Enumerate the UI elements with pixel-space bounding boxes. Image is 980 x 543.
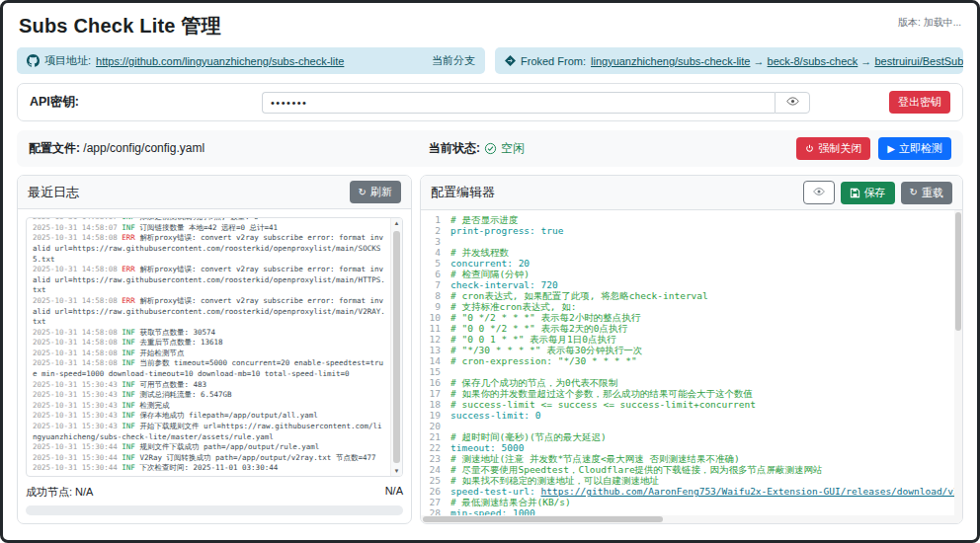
log-line: 2025-10-31 14:58:08 INF 去重后节点数量: 13618 <box>33 338 386 349</box>
fork-link[interactable]: lingyuanzhicheng/subs-check-lite <box>591 55 750 67</box>
code-line: 25# 如果找不到稳定的测速地址，可以自建测速地址 <box>421 475 954 486</box>
fork-link[interactable]: bestruirui/BestSub <box>874 55 963 67</box>
logs-title: 最近日志 <box>28 184 79 201</box>
progress-bar <box>26 505 403 515</box>
code-line: 10# "0 */2 * * *" 表示每2小时的整点执行 <box>421 312 954 323</box>
code-line: 26speed-test-url: https://github.com/Aar… <box>421 486 954 497</box>
toggle-password-button[interactable] <box>775 92 810 114</box>
config-file-group: 配置文件: /app/config/config.yaml <box>29 140 429 157</box>
version-label: 版本: 加载中... <box>898 16 961 30</box>
code-line: 16# 保存几个成功的节点，为0代表不限制 <box>421 377 954 388</box>
editor-card-header: 配置编辑器 保存 ↻ 重载 <box>421 176 962 210</box>
check-now-button[interactable]: ▶ 立即检测 <box>878 137 951 160</box>
log-line: 2025-10-31 14:58:08 ERR 解析proxy错误: conve… <box>33 265 386 296</box>
logs-card-header: 最近日志 ↻ 刷新 <box>18 176 411 209</box>
editor-horizontal-scrollbar[interactable] <box>421 515 954 523</box>
api-key-input-group <box>262 92 810 114</box>
api-key-label: API密钥: <box>30 94 262 111</box>
fork-links: lingyuanzhicheng/subs-check-lite → beck-… <box>591 55 963 67</box>
log-viewer[interactable]: 2025-10-31 14:58:07 INF 配置文件读取成功2025-10-… <box>26 217 403 477</box>
code-line: 11# "0 0 */2 * *" 表示每2天的0点执行 <box>421 323 954 334</box>
log-line: 2025-10-31 14:58:08 ERR 解析proxy错误: conve… <box>33 296 386 328</box>
editor-vertical-scrollbar[interactable] <box>954 210 962 523</box>
status-group: 当前状态: 空闲 <box>429 140 525 157</box>
scroll-up-arrow-icon[interactable]: ▲ <box>391 220 402 226</box>
status-bar-buttons: 强制关闭 ▶ 立即检测 <box>796 137 951 160</box>
code-line: 7check-interval: 720 <box>421 279 954 290</box>
editor-vscroll-thumb[interactable] <box>955 212 961 331</box>
code-lines: 1# 是否显示进度2print-progress: true34# 并发线程数5… <box>421 214 954 515</box>
log-line: 2025-10-31 15:30:43 INF 保存本地成功 filepath=… <box>33 411 386 422</box>
log-line: 2025-10-31 15:30:44 INF V2Ray 订阅转换成功 pat… <box>33 453 386 464</box>
editor-hscroll-thumb[interactable] <box>423 516 663 522</box>
code-line: 5concurrent: 20 <box>421 258 954 269</box>
scroll-down-arrow-icon[interactable]: ▼ <box>391 468 402 474</box>
log-line: 2025-10-31 15:30:44 INF 下次检查时间: 2025-11-… <box>33 463 386 474</box>
app-window: Subs Check Lite 管理 版本: 加载中... 项目地址: http… <box>0 0 980 543</box>
check-circle-icon <box>484 142 497 155</box>
code-line: 13# "*/30 * * * *" 表示每30分钟执行一次 <box>421 345 954 355</box>
fork-info-box: Froked From: lingyuanzhicheng/subs-check… <box>495 47 963 74</box>
code-line: 15 <box>421 366 954 377</box>
log-line: 2025-10-31 15:30:43 INF 检测完成 <box>33 401 386 412</box>
project-link[interactable]: https://github.com/lingyuanzhicheng/subs… <box>96 55 344 67</box>
log-scrollbar[interactable]: ▲ ▼ <box>390 218 402 476</box>
refresh-icon: ↻ <box>910 188 918 197</box>
fork-icon <box>505 55 516 66</box>
code-line: 17# 如果你的并发数量超过这个参数，那么成功的结果可能会大于这个数值 <box>421 388 954 399</box>
code-line: 23# 测速地址(注意 并发数*节点速度<最大网速 否则测速结果不准确) <box>421 453 954 464</box>
editor-card: 配置编辑器 保存 ↻ 重载 <box>420 175 963 524</box>
save-config-button[interactable]: 保存 <box>841 182 895 204</box>
project-info-box: 项目地址: https://github.com/lingyuanzhichen… <box>17 47 485 74</box>
eye-icon <box>786 94 799 112</box>
power-icon <box>805 144 814 153</box>
api-key-card: API密钥: 登出密钥 <box>17 83 963 121</box>
fork-label: Froked From: <box>521 55 586 67</box>
log-line: 2025-10-31 15:30:43 INF 测试总消耗流量: 6.547GB <box>33 390 386 401</box>
logout-key-button[interactable]: 登出密钥 <box>889 91 950 114</box>
logs-footer: 成功节点: N/A N/A <box>26 477 403 515</box>
code-line: 21# 超时时间(毫秒)(节点的最大延迟) <box>421 431 954 442</box>
code-line: 20 <box>421 421 954 431</box>
play-icon: ▶ <box>887 144 895 154</box>
refresh-logs-button[interactable]: ↻ 刷新 <box>350 181 401 203</box>
code-line: 18# success-limit <= success <= success-… <box>421 399 954 410</box>
config-editor[interactable]: 1# 是否显示进度2print-progress: true34# 并发线程数5… <box>421 210 962 523</box>
log-line: 2025-10-31 15:30:43 INF 可用节点数量: 483 <box>33 380 386 391</box>
code-line: 24# 尽量不要使用Speedtest，Cloudflare提供的下载链接，因为… <box>421 464 954 475</box>
api-key-input[interactable] <box>262 92 775 114</box>
log-list: 2025-10-31 14:58:07 INF 配置文件读取成功2025-10-… <box>33 218 386 474</box>
logs-card: 最近日志 ↻ 刷新 2025-10-31 14:58:07 INF 配置文件读取… <box>17 175 412 524</box>
eye-icon <box>813 186 825 199</box>
code-line: 12# "0 0 1 * *" 表示每月1日0点执行 <box>421 334 954 345</box>
github-icon <box>27 54 40 67</box>
fork-link[interactable]: beck-8/subs-check <box>768 55 858 67</box>
code-line: 28min-speed: 1000 <box>421 507 954 515</box>
code-line: 22timeout: 5000 <box>421 442 954 453</box>
config-file-path: /app/config/config.yaml <box>80 141 204 155</box>
info-row: 项目地址: https://github.com/lingyuanzhichen… <box>17 47 963 74</box>
main-row: 最近日志 ↻ 刷新 2025-10-31 14:58:07 INF 配置文件读取… <box>17 175 963 524</box>
logs-body: 2025-10-31 14:58:07 INF 配置文件读取成功2025-10-… <box>18 209 411 523</box>
code-line: 27# 最低测速结果合并(KB/s) <box>421 497 954 507</box>
status-value: 空闲 <box>501 140 525 157</box>
success-nodes-label: 成功节点: N/A <box>26 485 93 500</box>
project-label: 项目地址: <box>44 53 91 68</box>
reload-config-button[interactable]: ↻ 重载 <box>901 182 952 204</box>
code-line: 8# cron表达式, 如果配置了此项, 将忽略check-interval <box>421 290 954 301</box>
config-file-label: 配置文件: <box>29 141 80 155</box>
log-line: 2025-10-31 15:30:44 INF 规则文件下载成功 path=/a… <box>33 442 386 453</box>
header: Subs Check Lite 管理 版本: 加载中... <box>17 11 963 39</box>
force-close-button[interactable]: 强制关闭 <box>796 137 870 160</box>
code-line: 6# 检查间隔(分钟) <box>421 269 954 279</box>
branch-label: 当前分支 <box>432 53 475 68</box>
editor-buttons: 保存 ↻ 重载 <box>803 181 952 204</box>
save-icon <box>850 188 860 198</box>
code-line: 1# 是否显示进度 <box>421 214 954 225</box>
log-line: 2025-10-31 14:58:08 INF 获取节点数量: 30574 <box>33 328 386 339</box>
editor-title: 配置编辑器 <box>431 184 495 201</box>
editor-preview-button[interactable] <box>803 181 835 204</box>
config-status-bar: 配置文件: /app/config/config.yaml 当前状态: 空闲 强… <box>17 130 963 167</box>
log-scrollbar-thumb[interactable] <box>393 231 400 463</box>
log-line: 2025-10-31 15:30:43 INF 开始下载规则文件 url=htt… <box>33 422 386 442</box>
